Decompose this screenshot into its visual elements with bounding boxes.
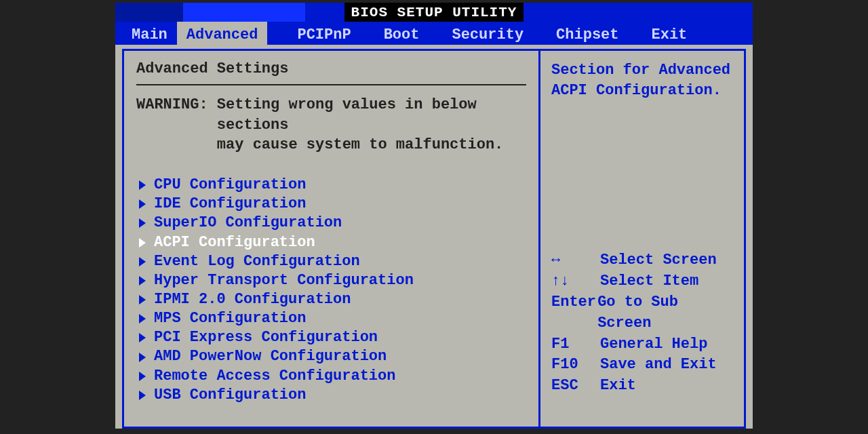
key-row: ESCExit [551, 376, 733, 397]
warning-label: WARNING: [136, 95, 217, 155]
submenu-item[interactable]: Remote Access Configuration [136, 367, 526, 386]
tab-security[interactable]: Security [442, 22, 533, 45]
key-name: ↑↓ [551, 271, 600, 292]
submenu-label: Remote Access Configuration [154, 367, 395, 386]
section-title: Advanced Settings [136, 60, 526, 77]
warning-body: Setting wrong values in below sections m… [217, 95, 526, 155]
submenu-item[interactable]: IPMI 2.0 Configuration [136, 290, 526, 309]
submenu-label: CPU Configuration [154, 176, 306, 195]
warning-text: WARNING: Setting wrong values in below s… [136, 95, 526, 155]
tab-advanced[interactable]: Advanced [177, 22, 268, 45]
title-decoration [183, 3, 305, 22]
tab-main[interactable]: Main [122, 22, 177, 45]
right-pane: Section for Advanced ACPI Configuration.… [540, 51, 744, 427]
submenu-label: MPS Configuration [154, 309, 306, 328]
triangle-right-icon [139, 391, 146, 400]
triangle-right-icon [139, 276, 146, 285]
triangle-right-icon [139, 218, 146, 228]
submenu-item[interactable]: SuperIO Configuration [136, 214, 526, 233]
left-pane: Advanced Settings WARNING: Setting wrong… [124, 51, 540, 427]
key-desc: Go to Sub Screen [597, 292, 733, 334]
key-desc: Save and Exit [600, 355, 717, 376]
triangle-right-icon [139, 295, 146, 304]
key-row: F10Save and Exit [551, 355, 733, 376]
triangle-right-icon [139, 238, 146, 248]
submenu-item[interactable]: CPU Configuration [136, 176, 526, 195]
divider [136, 84, 526, 85]
submenu-item[interactable]: ACPI Configuration [136, 233, 526, 252]
key-name: Enter [551, 292, 597, 334]
submenu-item[interactable]: USB Configuration [136, 386, 526, 405]
context-help: Section for Advanced ACPI Configuration. [551, 60, 733, 100]
title-bar: BIOS SETUP UTILITY [115, 3, 753, 22]
key-desc: Exit [600, 376, 636, 397]
submenu-item[interactable]: Hyper Transport Configuration [136, 271, 526, 290]
triangle-right-icon [139, 257, 146, 267]
key-desc: Select Screen [600, 250, 717, 271]
submenu-item[interactable]: AMD PowerNow Configuration [136, 347, 526, 366]
bios-window: BIOS SETUP UTILITY MainAdvancedPCIPnPBoo… [115, 3, 753, 429]
title-decoration [115, 3, 183, 22]
submenu-item[interactable]: Event Log Configuration [136, 252, 526, 271]
submenu-label: Hyper Transport Configuration [154, 271, 414, 290]
menu-entries: CPU ConfigurationIDE ConfigurationSuperI… [136, 176, 526, 405]
key-name: ESC [551, 376, 600, 397]
submenu-label: SuperIO Configuration [154, 214, 342, 233]
triangle-right-icon [139, 372, 146, 381]
key-desc: General Help [600, 334, 707, 355]
submenu-label: PCI Express Configuration [154, 328, 378, 347]
submenu-label: USB Configuration [154, 386, 306, 405]
triangle-right-icon [139, 199, 146, 209]
submenu-label: ACPI Configuration [154, 233, 315, 252]
key-row: ↔Select Screen [551, 250, 733, 271]
tab-chipset[interactable]: Chipset [547, 22, 628, 45]
triangle-right-icon [139, 353, 146, 362]
key-name: ↔ [551, 250, 600, 271]
triangle-right-icon [139, 333, 146, 342]
menu-bar: MainAdvancedPCIPnPBootSecurityChipsetExi… [115, 22, 753, 45]
key-row: EnterGo to Sub Screen [551, 292, 733, 334]
submenu-label: AMD PowerNow Configuration [154, 347, 387, 366]
key-row: ↑↓Select Item [551, 271, 733, 292]
key-name: F1 [551, 334, 600, 355]
key-row: F1General Help [551, 334, 733, 355]
tab-boot[interactable]: Boot [374, 22, 429, 45]
submenu-label: Event Log Configuration [154, 252, 360, 271]
submenu-item[interactable]: MPS Configuration [136, 309, 526, 328]
key-legend: ↔Select Screen↑↓Select ItemEnterGo to Su… [551, 250, 733, 397]
key-desc: Select Item [600, 271, 698, 292]
triangle-right-icon [139, 314, 146, 323]
submenu-item[interactable]: IDE Configuration [136, 195, 526, 214]
submenu-label: IDE Configuration [154, 195, 306, 214]
submenu-label: IPMI 2.0 Configuration [154, 290, 351, 309]
tab-pcipnp[interactable]: PCIPnP [288, 22, 360, 45]
triangle-right-icon [139, 180, 146, 190]
key-name: F10 [551, 355, 600, 376]
app-title: BIOS SETUP UTILITY [344, 3, 524, 22]
tab-exit[interactable]: Exit [642, 22, 697, 45]
submenu-item[interactable]: PCI Express Configuration [136, 328, 526, 347]
content-frame: Advanced Settings WARNING: Setting wrong… [122, 49, 746, 429]
